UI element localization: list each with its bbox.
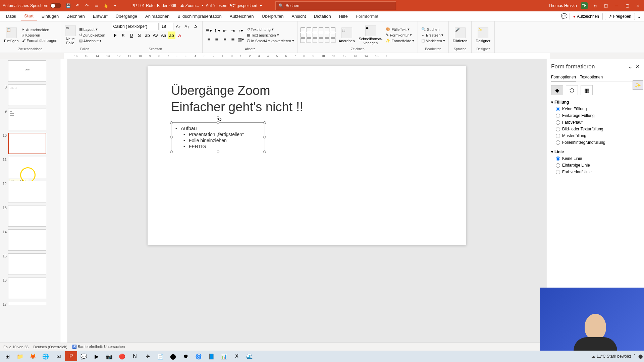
section-button[interactable]: ▤ Abschnitt ▾ — [78, 38, 106, 43]
designer-floating-icon[interactable]: ✨ — [633, 80, 643, 90]
tab-hilfe[interactable]: Hilfe — [336, 12, 351, 20]
user-name[interactable]: Thomas Hruska — [548, 3, 577, 8]
save-icon[interactable]: 💾 — [65, 3, 71, 9]
bold-button[interactable]: F — [112, 32, 119, 39]
start-button[interactable]: ⊞ — [1, 351, 13, 361]
tab-einfuegen[interactable]: Einfügen — [38, 12, 62, 20]
select-button[interactable]: ⬚ Markieren ▾ — [421, 38, 446, 43]
ribbon-collapse-icon[interactable]: ⌄ — [637, 13, 641, 19]
numbering-button[interactable]: ⒈▾ — [213, 27, 221, 35]
slideshow-icon[interactable]: ▭ — [93, 3, 99, 9]
slide-panel[interactable]: Ende 8⬚ ⬚ ⬚ 9————— 10———— 11[Kein Titel]… — [0, 59, 60, 351]
grow-font-icon[interactable]: A↑ — [175, 23, 182, 30]
shrink-font-icon[interactable]: A↓ — [183, 23, 191, 30]
search-input[interactable]: 🔍 Suchen — [275, 1, 396, 10]
tab-ansicht[interactable]: Ansicht — [288, 12, 309, 20]
text-align-button[interactable]: ▦ Text ausrichten ▾ — [246, 33, 295, 38]
shape-outline-button[interactable]: ✎ Formkontur ▾ — [385, 33, 415, 38]
maximize-icon[interactable]: ▢ — [624, 2, 631, 9]
handle-ml[interactable] — [170, 136, 173, 138]
autosave-toggle[interactable] — [50, 3, 61, 8]
tray-up-icon[interactable]: ˄ — [634, 354, 636, 359]
cut-button[interactable]: ✂ Ausschneiden — [21, 27, 58, 32]
highlight-button[interactable]: ab — [168, 32, 175, 39]
share-button[interactable]: ↗Freigeben — [605, 13, 635, 20]
tab-textoptionen[interactable]: Textoptionen — [580, 73, 603, 81]
comments-icon[interactable]: 💬 — [561, 13, 568, 19]
new-slide-button[interactable]: ▭Neue Folie — [64, 25, 77, 46]
tab-formoptionen[interactable]: Formoptionen — [551, 73, 576, 81]
tab-dictation[interactable]: Dictation — [311, 12, 334, 20]
qat-more-icon[interactable]: ▾ — [112, 3, 118, 9]
tab-formformat[interactable]: Formformat — [353, 12, 382, 20]
tray-icon[interactable]: ⎘ — [592, 2, 598, 9]
case-button[interactable]: Aa — [160, 32, 167, 39]
shapes-gallery[interactable] — [301, 27, 336, 43]
arrange-button[interactable]: ⬚Anordnen — [337, 27, 356, 44]
accessibility-status[interactable]: ♿ Barrierefreiheit: Untersuchen — [72, 345, 125, 349]
format-painter-button[interactable]: 🖌 Format übertragen — [21, 38, 58, 43]
minimize-icon[interactable]: ─ — [613, 2, 620, 9]
opt-background-fill[interactable]: Folienhintergrundfüllung — [551, 140, 640, 145]
align-right-button[interactable]: ≡ — [221, 36, 229, 43]
handle-mr[interactable] — [263, 136, 266, 138]
dictate-button[interactable]: 🎤Diktieren — [451, 27, 469, 44]
thumb-7[interactable]: Ende — [8, 60, 46, 82]
app-icon-5[interactable]: ⏺ — [180, 351, 192, 361]
tab-aufzeichnen[interactable]: Aufzeichnen — [226, 12, 257, 20]
tab-start[interactable]: Start — [21, 12, 37, 20]
slide[interactable]: Übergänge Zoom Einfacher geht's nicht !!… — [148, 66, 466, 245]
rotate-handle[interactable]: ⟲ — [217, 116, 219, 119]
explorer-icon[interactable]: 📁 — [14, 351, 26, 361]
record-button[interactable]: ●Aufzeichnen — [570, 13, 603, 20]
align-center-button[interactable]: ≣ — [213, 36, 221, 43]
handle-bc[interactable] — [217, 150, 219, 153]
replace-button[interactable]: ↔ Ersetzen ▾ — [421, 33, 446, 38]
powerpoint-icon[interactable]: P — [65, 351, 77, 361]
justify-button[interactable]: ≣ — [229, 36, 237, 43]
indent-button[interactable]: ⇥ — [229, 27, 237, 35]
quick-styles-button[interactable]: ◆Schnellformat- vorlagen — [358, 25, 384, 46]
paste-button[interactable]: 📋Einfügen — [3, 27, 20, 44]
font-select[interactable] — [112, 23, 159, 30]
text-direction-button[interactable]: ⟲ Textrichtung ▾ — [246, 27, 295, 32]
app-icon-3[interactable]: 🔴 — [116, 351, 128, 361]
ribbon-mode-icon[interactable]: ⬚ — [602, 2, 609, 9]
tab-zeichnen[interactable]: Zeichnen — [63, 12, 88, 20]
reset-button[interactable]: ↺ Zurücksetzen — [78, 33, 106, 38]
slide-canvas[interactable]: Übergänge Zoom Einfacher geht's nicht !!… — [67, 59, 547, 351]
edge-icon[interactable]: 🌊 — [244, 351, 256, 361]
redo-icon[interactable]: ↷ — [84, 3, 90, 9]
app-icon-1[interactable]: 💬 — [78, 351, 90, 361]
slide-title-1[interactable]: Übergänge Zoom — [171, 82, 443, 99]
slide-counter[interactable]: Folie 10 von 56 — [3, 345, 29, 349]
tab-entwurf[interactable]: Entwurf — [90, 12, 111, 20]
italic-button[interactable]: K — [120, 32, 127, 39]
slide-title-2[interactable]: Einfacher geht's nicht !! — [171, 99, 443, 115]
opt-solid-fill[interactable]: Einfarbige Füllung — [551, 113, 640, 118]
obs-icon[interactable]: ⬤ — [167, 351, 179, 361]
spacing-button[interactable]: AV — [152, 32, 159, 39]
thumb-16[interactable] — [8, 278, 46, 299]
tab-uebergaenge[interactable]: Übergänge — [112, 12, 141, 20]
opt-gradient-line[interactable]: Farbverlaufslinie — [551, 170, 640, 174]
align-left-button[interactable]: ≡ — [205, 36, 213, 43]
language-status[interactable]: Deutsch (Österreich) — [33, 345, 67, 349]
designer-button[interactable]: ✨Designer — [474, 27, 492, 44]
opt-pattern-fill[interactable]: Musterfüllung — [551, 133, 640, 138]
opt-no-line[interactable]: Keine Linie — [551, 156, 640, 161]
outdent-button[interactable]: ⇤ — [221, 27, 229, 35]
app-icon-6[interactable]: 🌀 — [193, 351, 205, 361]
thumb-10[interactable]: ———— — [8, 133, 46, 154]
line-spacing-button[interactable]: ↕▾ — [237, 27, 245, 35]
touch-icon[interactable]: 👆 — [103, 3, 109, 9]
app-icon-2[interactable]: 📷 — [103, 351, 115, 361]
clear-format-icon[interactable]: A̷ — [192, 23, 200, 30]
handle-tl[interactable] — [170, 121, 173, 124]
close-icon[interactable]: ✕ — [635, 2, 641, 9]
bullet-1[interactable]: Aufbau — [175, 125, 261, 131]
opt-no-fill[interactable]: Keine Füllung — [551, 107, 640, 111]
layout-button[interactable]: ▦ Layout ▾ — [78, 27, 106, 32]
app-icon-7[interactable]: 📘 — [205, 351, 217, 361]
columns-button[interactable]: ▥▾ — [237, 36, 245, 43]
